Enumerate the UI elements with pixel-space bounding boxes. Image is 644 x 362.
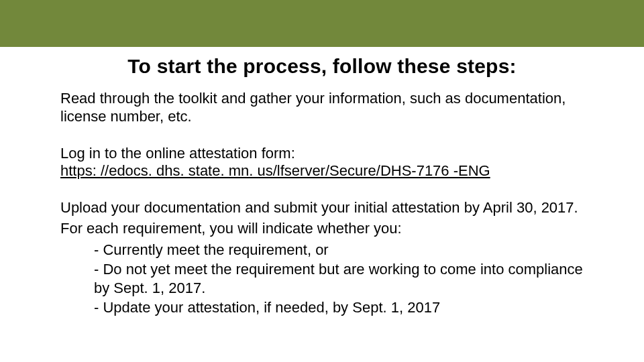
step-3-bullet-2: - Do not yet meet the requirement but ar… xyxy=(60,260,584,297)
step-3-bullet-3: - Update your attestation, if needed, by… xyxy=(60,298,584,317)
step-2-block: Log in to the online attestation form: h… xyxy=(60,145,584,181)
step-3-line2: For each requirement, you will indicate … xyxy=(60,220,584,238)
step-3-line1: Upload your documentation and submit you… xyxy=(60,199,584,217)
step-3-block: Upload your documentation and submit you… xyxy=(60,199,584,317)
attestation-link[interactable]: https: //edocs. dhs. state. mn. us/lfser… xyxy=(60,162,490,179)
header-bar xyxy=(0,0,644,47)
step-3-bullet-1: - Currently meet the requirement, or xyxy=(60,241,584,259)
slide-content: To start the process, follow these steps… xyxy=(0,55,644,317)
slide-title: To start the process, follow these steps… xyxy=(60,55,584,78)
step-2-intro: Log in to the online attestation form: xyxy=(60,145,584,163)
step-1-text: Read through the toolkit and gather your… xyxy=(60,90,584,126)
